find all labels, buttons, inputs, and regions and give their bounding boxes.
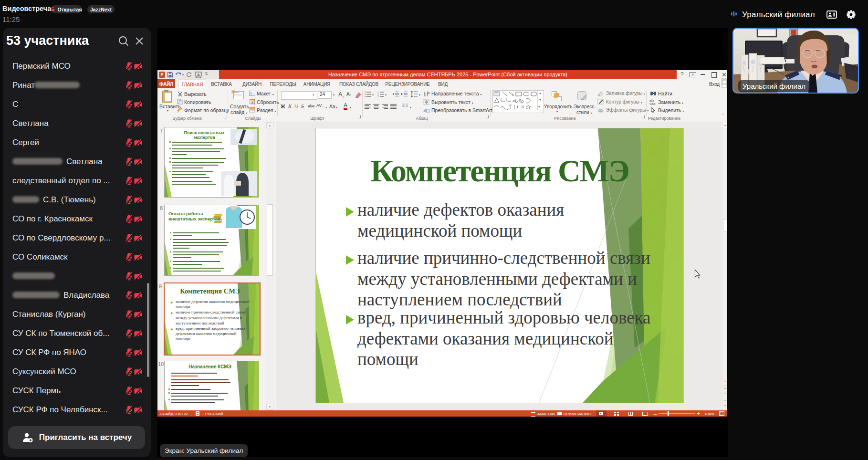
svg-text:A: A	[428, 91, 430, 94]
svg-text:3: 3	[377, 95, 379, 97]
